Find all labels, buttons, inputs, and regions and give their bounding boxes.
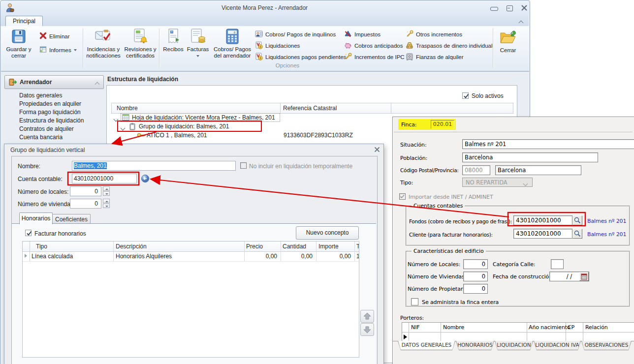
porteros-col-nombre[interactable]: Nombre (443, 324, 464, 331)
fondos-account-link[interactable]: Balmes nº 201 (587, 218, 626, 224)
column-header-nombre[interactable]: Nombre (117, 105, 138, 112)
situacion-input[interactable]: Balmes nº 201 (462, 139, 634, 149)
cuenta-contable-input[interactable]: 430102001000 (72, 174, 137, 183)
impuestos-button[interactable]: Impuestos (344, 30, 380, 39)
liquidaciones-button[interactable]: $ Liquidaciones (255, 41, 300, 50)
account-link-sphere-icon[interactable] (141, 174, 150, 184)
cuenta-contable-label: Cuenta contable: (18, 176, 63, 182)
minimize-icon[interactable] (490, 7, 498, 11)
porteros-col-relacion[interactable]: Relación (585, 324, 608, 331)
cliente-input[interactable]: 430102001000 (513, 229, 572, 239)
tab-liquidacion[interactable]: LIQUIDACION (495, 341, 533, 350)
otros-incrementos-button[interactable]: Otros incrementos (406, 30, 462, 39)
liquidaciones-pendientes-label: Liquidaciones pagos pendientes (265, 54, 346, 60)
num-viviendas-f-label: Número de Viviendas: (408, 273, 466, 280)
informes-label: Informes (49, 47, 71, 53)
recibos-button[interactable]: T Recibos (162, 28, 185, 69)
tab-liquidacion-iva[interactable]: LIQUIDACION IVA (534, 341, 581, 350)
poblacion-input[interactable]: Barcelona (462, 152, 598, 162)
informes-button[interactable]: Informes (39, 46, 77, 54)
num-locales-input[interactable]: 0 (70, 186, 101, 196)
tab-datos-generales[interactable]: DATOS GENERALES (398, 341, 455, 350)
categoria-calle-input[interactable] (551, 259, 564, 269)
close-icon[interactable] (521, 4, 528, 13)
grid-col-precio[interactable]: Precio (246, 243, 263, 250)
administra-checkbox[interactable] (411, 298, 418, 305)
liquidaciones-pendientes-button[interactable]: $ Liquidaciones pagos pendientes (255, 53, 346, 61)
eliminar-button[interactable]: Eliminar (39, 32, 70, 40)
incrementos-ipc-button[interactable]: Incrementos de IPC (344, 53, 405, 61)
sidebar-item-propiedades[interactable]: Propiedades en alquiler (19, 100, 81, 107)
sidebar-item-datos-generales[interactable]: Datos generales (19, 92, 62, 99)
grid-col-tipo[interactable]: Tipo (36, 243, 47, 250)
dialog-close-icon[interactable] (374, 146, 380, 153)
sidebar-item-forma-pago[interactable]: Forma pago liquidación (19, 109, 81, 116)
solo-activos-checkbox[interactable] (462, 92, 469, 99)
porteros-col-nif[interactable]: NIF (411, 324, 420, 331)
sidebar-header[interactable]: Arrendador (4, 75, 104, 89)
expand-chevron-icon[interactable] (121, 124, 125, 131)
finca-code-field[interactable]: 020.01 (431, 120, 454, 129)
ribbon-separator (159, 29, 159, 68)
cerrar-button[interactable]: Cerrar (495, 28, 521, 69)
num-viviendas-f-input[interactable]: 0 (463, 272, 488, 281)
cliente-search-button[interactable] (572, 229, 582, 239)
num-locales-f-input[interactable]: 0 (463, 259, 488, 269)
move-up-button[interactable] (360, 310, 374, 323)
tree-row[interactable]: Hoja de liquidación: Vicente Mora Perez … (132, 114, 275, 121)
num-propietarios-input[interactable]: 0 (463, 284, 488, 294)
tab-honorarios[interactable]: Honorarios (19, 212, 53, 224)
guardar-cerrar-button[interactable]: Guardar y cerrar (5, 28, 32, 69)
num-viviendas-input[interactable]: 0 (70, 199, 101, 209)
restore-icon[interactable] (507, 5, 513, 11)
tipo-dropdown[interactable]: NO REPARTIDA (462, 178, 533, 187)
porteros-table[interactable]: NIF Nombre Año nacimiento CP Relación (402, 322, 634, 341)
incidencias-button[interactable]: Incidencias y notificaciones (85, 28, 122, 69)
cobros-inquilinos-button[interactable]: Cobros/ Pagos de inquilinos (255, 30, 336, 39)
honorarios-grid[interactable]: Tipo Descripción Precio Cantidad Importe… (22, 241, 359, 358)
sidebar-item-cuenta-bancaria[interactable]: Cuenta bancaria (19, 134, 63, 141)
svg-text:$: $ (259, 45, 261, 48)
cobros-anticipados-button[interactable]: Cobros anticipados (344, 41, 403, 50)
grid-row[interactable]: Línea calculada Honorarios Alquileres 0,… (23, 251, 359, 262)
tree-row[interactable]: Grupo de liquidación: Balmes, 201 (139, 123, 229, 130)
tree-row[interactable]: ATICO 1 , Balmes, 201 (147, 132, 207, 139)
fondos-input[interactable]: 430102001000 (513, 215, 572, 225)
facturar-honorarios-checkbox[interactable] (25, 230, 32, 236)
revisiones-button[interactable]: Revisiones y certificados (122, 28, 158, 69)
administra-label: Se administra la finca entera (422, 299, 499, 305)
list-bell-icon (131, 40, 149, 46)
tab-observaciones[interactable]: OBSERVACIONES (581, 341, 632, 350)
fondos-search-button[interactable] (572, 215, 582, 225)
ribbon-collapse-icon[interactable] (519, 19, 523, 26)
nombre-input[interactable]: Balmes, 201 (72, 161, 236, 171)
facturas-button[interactable]: Facturas (185, 28, 211, 69)
porteros-col-cp[interactable]: CP (568, 324, 574, 331)
porteros-col-ano[interactable]: Año nacimiento (529, 324, 571, 331)
cp-input[interactable]: 08000 (462, 165, 490, 175)
tab-honorarios-finca[interactable]: HONORARIOS (456, 341, 494, 350)
cliente-account-link[interactable]: Balmes nº 201 (587, 231, 626, 238)
expand-chevron-icon[interactable] (114, 116, 118, 122)
num-locales-stepper[interactable] (103, 186, 110, 196)
column-header-referencia[interactable]: Referencia Catastral (283, 105, 337, 112)
provincia-input[interactable]: Barcelona (495, 165, 581, 175)
grid-col-partial[interactable]: Importe (318, 243, 339, 250)
calendar-button[interactable] (579, 272, 589, 281)
tab-coeficientes[interactable]: Coeficientes (52, 214, 91, 224)
caracteristicas-title: Características del edificio (412, 248, 486, 254)
no-incluir-checkbox[interactable] (240, 162, 247, 169)
tab-principal[interactable]: Principal (5, 16, 43, 27)
grid-col-descripcion[interactable]: Descripción (116, 243, 147, 250)
traspasos-button[interactable]: Traspasos de dinero individual (406, 41, 493, 50)
sidebar-item-contratos[interactable]: Contratos de alquiler (19, 125, 74, 132)
fianzas-button[interactable]: Fianzas de alquiler (406, 53, 464, 61)
move-down-button[interactable] (360, 323, 374, 336)
num-viviendas-label: Número de viviendas: (18, 201, 75, 208)
cobros-arrendador-button[interactable]: 0 Cobros/ Pagos del arrendador (212, 28, 253, 69)
sidebar-item-estructura[interactable]: Estructura de liquidación (19, 117, 84, 124)
num-viviendas-stepper[interactable] (103, 199, 110, 208)
sidebar-collapse-icon[interactable] (95, 81, 99, 88)
nuevo-concepto-button[interactable]: Nuevo concepto (296, 226, 359, 240)
grid-col-cantidad[interactable]: Cantidad (283, 243, 306, 250)
